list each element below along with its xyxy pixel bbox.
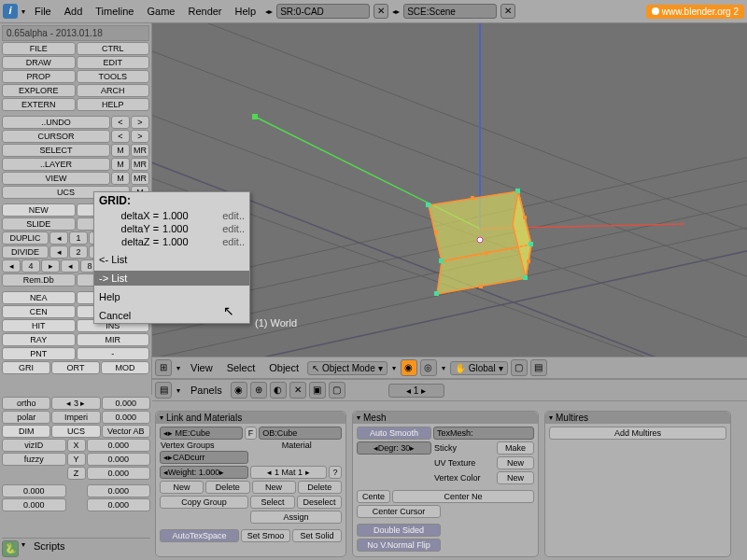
copy-group-button[interactable]: Copy Group <box>160 496 248 509</box>
scripts-icon[interactable]: 🐍 <box>2 540 19 557</box>
x-button[interactable]: X <box>67 439 86 452</box>
prev-icon[interactable]: ◂ <box>61 259 79 273</box>
dropdown-icon[interactable]: ▾ <box>20 7 27 16</box>
prev-icon[interactable]: ◂ <box>2 259 21 273</box>
me-field[interactable]: ◂▸ ME:Cube <box>160 427 243 440</box>
ucs-button[interactable]: UCS <box>51 425 100 438</box>
layer-button[interactable]: ..LAYER <box>2 158 110 171</box>
val-4[interactable]: 4 <box>21 259 40 273</box>
p-icon[interactable]: ◐ <box>270 382 287 399</box>
m-button[interactable]: M <box>111 144 130 157</box>
dropdown-icon[interactable]: ▾ <box>175 386 182 395</box>
p-icon[interactable]: ✕ <box>289 382 306 399</box>
p-icon[interactable]: ⊕ <box>250 382 267 399</box>
prop-button[interactable]: PROP <box>2 70 76 83</box>
panel-icon[interactable]: ▤ <box>155 382 172 399</box>
mod-button[interactable]: MOD <box>101 361 149 374</box>
cen-button[interactable]: CEN <box>2 305 76 318</box>
m-button[interactable]: M <box>111 172 130 185</box>
next-icon[interactable]: ▸ <box>41 259 60 273</box>
texmesh-field[interactable]: TexMesh: <box>433 427 534 440</box>
center-button[interactable]: Cente <box>357 490 390 503</box>
mir-button[interactable]: MIR <box>77 333 150 346</box>
snap-icon[interactable]: ▢ <box>511 359 528 376</box>
dropdown-icon[interactable]: ▾ <box>175 364 182 372</box>
gri-button[interactable]: GRI <box>2 361 50 374</box>
next-list-item[interactable]: -> List <box>94 271 249 286</box>
delete-button[interactable]: Delete <box>205 481 249 494</box>
next-button[interactable]: > <box>131 116 149 129</box>
num-field[interactable]: ◂ 1 ▸ <box>388 384 444 398</box>
p-icon[interactable]: ◉ <box>231 382 247 399</box>
slide-button[interactable]: SLIDE <box>2 217 76 231</box>
weight-field[interactable]: ◂Weight: 1.000▸ <box>160 466 248 479</box>
autotex-button[interactable]: AutoTexSpace <box>160 529 239 542</box>
ortho-button[interactable]: ortho <box>2 397 50 410</box>
pnt-button[interactable]: PNT <box>2 347 76 360</box>
view-button[interactable]: VIEW <box>2 172 110 185</box>
p-icon[interactable]: ▣ <box>309 382 326 399</box>
vizid-button[interactable]: vizID <box>2 439 66 452</box>
val-1[interactable]: 1 <box>69 231 88 245</box>
grid-row[interactable]: deltaZ =1.000edit.. <box>94 235 249 248</box>
ray-button[interactable]: RAY <box>2 333 76 346</box>
centernew-button[interactable]: Center Ne <box>392 490 534 503</box>
val[interactable]: 0.000 <box>102 397 150 410</box>
info-icon[interactable]: i <box>3 4 18 19</box>
divide-button[interactable]: DIVIDE <box>2 245 49 259</box>
val[interactable]: 0.000 <box>87 484 151 497</box>
snap2-icon[interactable]: ▤ <box>530 359 547 376</box>
new-button[interactable]: NEW <box>2 203 76 217</box>
prev-button[interactable]: < <box>111 130 130 143</box>
assign-button[interactable]: Assign <box>250 511 342 524</box>
dash-button[interactable]: - <box>77 347 150 360</box>
ctrl-button[interactable]: CTRL <box>77 42 150 55</box>
nea-button[interactable]: NEA <box>2 291 76 304</box>
menu-timeline[interactable]: Timeline <box>90 4 139 19</box>
ort-button[interactable]: ORT <box>51 361 100 374</box>
fuzzy-button[interactable]: fuzzy <box>2 453 66 466</box>
deselect-button[interactable]: Deselect <box>297 496 342 509</box>
new-button[interactable]: New <box>160 481 204 494</box>
make-button[interactable]: Make <box>497 441 534 455</box>
close-icon[interactable]: ✕ <box>374 4 388 19</box>
ob-field[interactable]: OB:Cube <box>259 427 342 440</box>
select-button[interactable]: SELECT <box>2 144 110 157</box>
new-button[interactable]: New <box>497 471 534 484</box>
mr-button[interactable]: MR <box>131 158 149 171</box>
scene-field[interactable]: SCE:Scene <box>403 4 497 19</box>
grid-row[interactable]: deltaX =1.000edit.. <box>94 209 249 222</box>
screen-field[interactable]: SR:0-CAD <box>276 4 370 19</box>
close-icon[interactable]: ✕ <box>500 4 515 19</box>
val[interactable]: 0.000 <box>87 439 151 452</box>
val-2[interactable]: 2 <box>69 245 88 259</box>
polar-button[interactable]: polar <box>2 411 50 424</box>
dropdown-icon[interactable]: ◂▸ <box>263 7 275 16</box>
grid-icon[interactable]: ⊞ <box>155 359 172 376</box>
num3[interactable]: ◂ 3 ▸ <box>51 397 100 410</box>
dropdown-icon[interactable]: ▾ <box>440 364 447 372</box>
view-menu[interactable]: View <box>185 362 218 373</box>
smooth-button[interactable]: Set Smoo <box>241 529 290 542</box>
m-button[interactable]: M <box>111 158 130 171</box>
grid-row[interactable]: deltaY =1.000edit.. <box>94 222 249 235</box>
select-button[interactable]: Select <box>250 496 295 509</box>
vector-field[interactable]: Vector AB <box>102 425 150 438</box>
object-menu[interactable]: Object <box>263 362 304 373</box>
cursor-button[interactable]: CURSOR <box>2 130 110 143</box>
z-button[interactable]: Z <box>67 467 86 480</box>
menu-file[interactable]: File <box>29 4 57 19</box>
menu-render[interactable]: Render <box>182 4 227 19</box>
q-button[interactable]: ? <box>329 466 342 479</box>
y-button[interactable]: Y <box>67 453 86 466</box>
select-menu[interactable]: Select <box>221 362 261 373</box>
edit-button[interactable]: EDIT <box>77 56 150 69</box>
blender-link[interactable]: www.blender.org 2 <box>646 5 744 19</box>
dim-button[interactable]: DIM <box>2 425 50 438</box>
extern-button[interactable]: EXTERN <box>2 98 76 111</box>
val[interactable]: 0.000 <box>102 411 150 424</box>
autosmooth-button[interactable]: Auto Smooth <box>357 427 431 440</box>
orient-dropdown[interactable]: ✋ Global ▾ <box>450 361 508 375</box>
help-item[interactable]: Help <box>94 289 249 304</box>
arch-button[interactable]: ARCH <box>77 84 150 97</box>
